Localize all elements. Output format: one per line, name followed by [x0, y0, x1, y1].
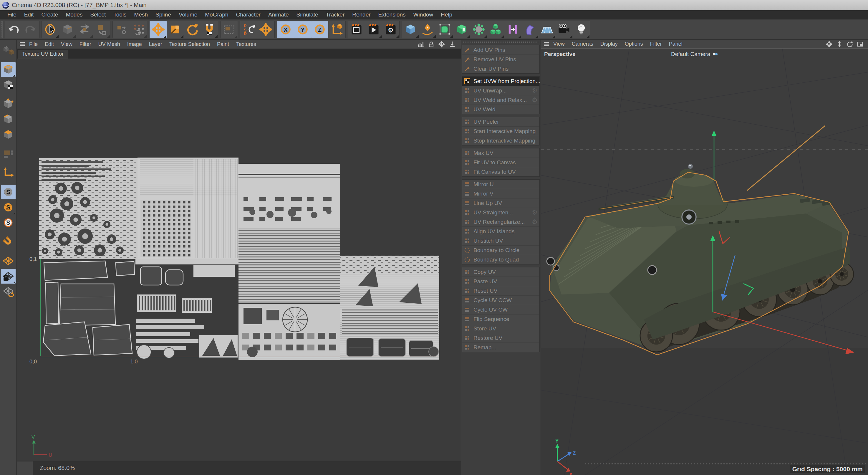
toggle-panel-icon[interactable]: [857, 41, 863, 48]
uv-menu-paint[interactable]: Paint: [214, 41, 232, 48]
cmd-remove-uv-pins[interactable]: Remove UV Pins: [462, 55, 539, 64]
vp-menu-filter[interactable]: Filter: [647, 41, 665, 47]
uv-menu-edit[interactable]: Edit: [41, 41, 57, 48]
cmd-cycle-uv-cw[interactable]: Cycle UV CW: [462, 305, 539, 315]
magnet-tool-button[interactable]: [201, 21, 218, 38]
menu-modes[interactable]: Modes: [62, 11, 86, 18]
cmd-options-gear-icon[interactable]: ⚙: [532, 87, 538, 94]
render-view-button[interactable]: [348, 21, 365, 38]
undo-button[interactable]: [5, 21, 22, 38]
lock-icon[interactable]: [428, 41, 434, 48]
uv-menu-layer[interactable]: Layer: [146, 41, 166, 48]
uv-menu-file[interactable]: File: [26, 41, 41, 48]
uv-menu-uv-mesh[interactable]: UV Mesh: [95, 41, 124, 48]
menu-spline[interactable]: Spline: [152, 11, 175, 18]
viewport-camera-label[interactable]: Default Camera: [671, 51, 718, 57]
psr-tool-button[interactable]: PSR: [240, 21, 257, 38]
cmd-mirror-u[interactable]: Mirror U: [462, 180, 539, 189]
rotate-view-icon[interactable]: [846, 41, 853, 48]
cmd-cycle-uv-ccw[interactable]: Cycle UV CCW: [462, 296, 539, 305]
snap-off-button[interactable]: S: [1, 185, 16, 199]
boole-button[interactable]: [453, 21, 470, 38]
viewport-scroll-dots[interactable]: [585, 463, 868, 465]
cmd-boundary-to-circle[interactable]: Boundary to Circle: [462, 246, 539, 255]
plane-tool-button[interactable]: [93, 21, 110, 38]
cloner-button[interactable]: [470, 21, 487, 38]
redo-button[interactable]: [22, 21, 39, 38]
hamburger-icon[interactable]: [19, 41, 26, 48]
cmd-options-gear-icon[interactable]: ⚙: [532, 97, 538, 103]
rotate-tool-button[interactable]: [184, 21, 201, 38]
cmd-uv-weld-and-relax[interactable]: UV Weld and Relax...⚙: [462, 95, 539, 105]
toolbar-drag-handle[interactable]: [1, 21, 3, 38]
vp-menu-options[interactable]: Options: [621, 41, 647, 47]
floor-button[interactable]: [538, 21, 556, 38]
cmd-line-up-uv[interactable]: Line Up UV: [462, 199, 539, 208]
dots-tool-button[interactable]: [130, 21, 147, 38]
cmd-store-uv[interactable]: Store UV: [462, 324, 539, 333]
point-mode-button[interactable]: [1, 97, 16, 111]
field-button[interactable]: [504, 21, 522, 38]
uv-menu-texture-selection[interactable]: Texture Selection: [166, 41, 214, 48]
render-settings-button[interactable]: ⚙: [382, 21, 399, 38]
menu-tracker[interactable]: Tracker: [322, 11, 349, 18]
workplane-rotate-button[interactable]: [1, 284, 16, 299]
cube-tool-button[interactable]: [59, 21, 76, 38]
perspective-viewport[interactable]: YZX Perspective Default Camera Grid Spac…: [541, 49, 868, 475]
camera-button[interactable]: [556, 21, 573, 38]
uv-menu-textures[interactable]: Textures: [232, 41, 260, 48]
tab-texture-uv-editor[interactable]: Texture UV Editor: [18, 50, 68, 59]
uv-menu-filter[interactable]: Filter: [76, 41, 95, 48]
cmd-add-uv-pins[interactable]: Add UV Pins: [462, 46, 539, 55]
cmd-fit-canvas-to-uv[interactable]: Fit Canvas to UV: [462, 167, 539, 176]
menu-animate[interactable]: Animate: [265, 11, 293, 18]
cmd-flip-sequence[interactable]: Flip Sequence: [462, 315, 539, 324]
volume-button[interactable]: [487, 21, 504, 38]
hamburger-icon[interactable]: [543, 41, 550, 48]
uv-canvas[interactable]: 0,10,01,0VU: [17, 59, 461, 461]
axis-mode-button[interactable]: [1, 166, 16, 180]
cmd-paste-uv[interactable]: Paste UV: [462, 277, 539, 286]
chart-icon[interactable]: [417, 41, 424, 48]
dolly-icon[interactable]: [836, 41, 843, 48]
coord-system-button[interactable]: [328, 21, 345, 38]
menu-select[interactable]: Select: [86, 11, 110, 18]
pan-icon[interactable]: [826, 41, 832, 48]
primitive-cube-button[interactable]: [402, 21, 419, 38]
cmd-uv-unwrap[interactable]: UV Unwrap...⚙: [462, 86, 539, 95]
viewport-view-label[interactable]: Perspective: [544, 51, 576, 57]
cmd-max-uv[interactable]: Max UV: [462, 148, 539, 158]
menu-character[interactable]: Character: [232, 11, 264, 18]
menu-extensions[interactable]: Extensions: [374, 11, 409, 18]
menu-tools[interactable]: Tools: [110, 11, 130, 18]
uv-menu-view[interactable]: View: [57, 41, 76, 48]
light-button[interactable]: [573, 21, 590, 38]
menu-file[interactable]: File: [3, 11, 20, 18]
menu-edit[interactable]: Edit: [20, 11, 38, 18]
cmd-uv-weld[interactable]: UV Weld: [462, 105, 539, 114]
vp-menu-view[interactable]: View: [550, 41, 568, 47]
move-cross-button[interactable]: [257, 21, 274, 38]
menu-render[interactable]: Render: [348, 11, 374, 18]
cmd-options-gear-icon[interactable]: ⚙: [532, 219, 538, 225]
menu-mesh[interactable]: Mesh: [130, 11, 152, 18]
subdivision-button[interactable]: [436, 21, 453, 38]
cmd-copy-uv[interactable]: Copy UV: [462, 267, 539, 277]
z-axis-button[interactable]: Z: [311, 21, 328, 38]
menu-window[interactable]: Window: [409, 11, 437, 18]
vp-menu-panel[interactable]: Panel: [665, 41, 686, 47]
snap-3d-button[interactable]: S: [1, 215, 16, 230]
cmd-stop-interactive-mapping[interactable]: Stop Interactive Mapping: [462, 136, 539, 145]
cmd-remap[interactable]: Remap...: [462, 343, 539, 352]
move-tool-button[interactable]: [150, 21, 167, 38]
lock-workplane-button[interactable]: [1, 269, 16, 284]
menu-help[interactable]: Help: [437, 11, 456, 18]
menu-mograph[interactable]: MoGraph: [201, 11, 232, 18]
cmd-clear-uv-pins[interactable]: Clear UV Pins: [462, 64, 539, 73]
cmd-mirror-v[interactable]: Mirror V: [462, 189, 539, 199]
texture-mode-button[interactable]: [1, 78, 16, 92]
y-axis-button[interactable]: Y: [294, 21, 311, 38]
cmd-options-gear-icon[interactable]: ⚙: [532, 209, 538, 216]
deformer-button[interactable]: [522, 21, 538, 38]
cmd-fit-uv-to-canvas[interactable]: Fit UV to Canvas: [462, 158, 539, 167]
